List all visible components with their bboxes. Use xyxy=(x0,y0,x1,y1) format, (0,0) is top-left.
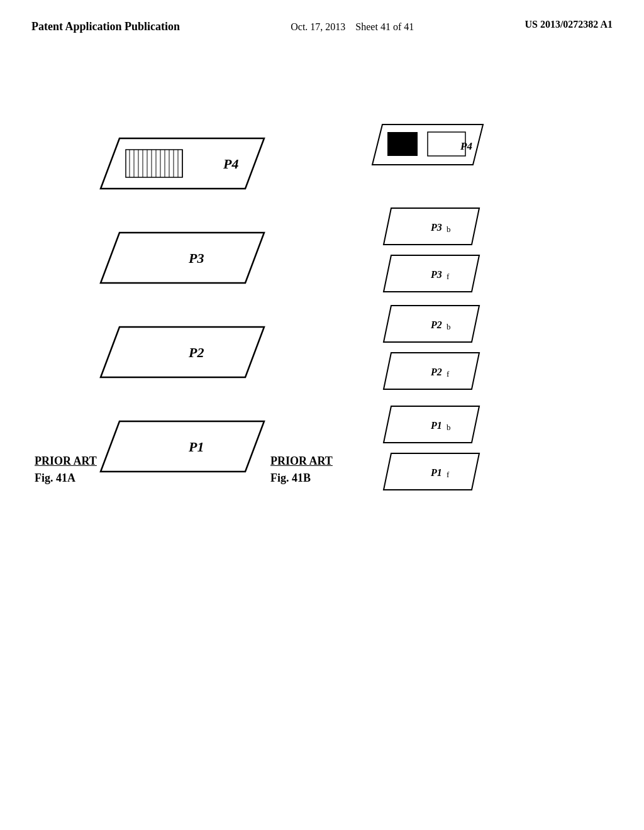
p3-left-shape: P3 xyxy=(94,226,270,292)
svg-text:b: b xyxy=(447,322,451,331)
svg-marker-18 xyxy=(101,327,264,377)
svg-text:P1: P1 xyxy=(188,439,204,455)
svg-text:P3: P3 xyxy=(430,269,442,280)
p3b-top-shape: P3 b xyxy=(377,204,487,251)
svg-text:f: f xyxy=(447,470,450,479)
svg-text:P2: P2 xyxy=(188,345,204,360)
svg-rect-23 xyxy=(387,132,418,156)
svg-text:P1: P1 xyxy=(430,467,442,478)
svg-text:b: b xyxy=(447,423,451,432)
svg-marker-20 xyxy=(101,421,264,472)
svg-text:b: b xyxy=(447,224,451,234)
p1b-top-shape: P1 b xyxy=(377,402,487,449)
header-title: Patent Application Publication xyxy=(31,19,180,35)
p2b-bottom-shape: P2 f xyxy=(377,349,487,396)
p4-left-shape: P4 xyxy=(94,132,270,197)
p1-left-shape: P1 xyxy=(94,415,270,480)
fig-41a-label: Fig. 41A xyxy=(35,472,75,484)
prior-art-41a-label: PRIOR ART Fig. 41A xyxy=(35,453,97,487)
p2b-top-shape: P2 b xyxy=(377,302,487,348)
svg-text:f: f xyxy=(447,272,450,281)
svg-text:P2: P2 xyxy=(430,319,442,330)
fig-41b-label: Fig. 41B xyxy=(270,472,311,484)
prior-art-a-text: PRIOR ART xyxy=(35,455,97,467)
header: Patent Application Publication Oct. 17, … xyxy=(0,0,644,35)
svg-marker-16 xyxy=(101,233,264,283)
svg-text:f: f xyxy=(447,369,450,379)
svg-text:P2: P2 xyxy=(430,367,442,377)
svg-text:P1: P1 xyxy=(430,420,442,431)
svg-rect-24 xyxy=(428,132,465,156)
p2-left-shape: P2 xyxy=(94,321,270,386)
prior-art-b-text: PRIOR ART xyxy=(270,455,333,467)
svg-text:P4: P4 xyxy=(460,140,472,152)
header-patent-number: US 2013/0272382 A1 xyxy=(525,19,613,30)
p4-right-top-shape: P4 xyxy=(365,119,491,172)
p1b-bottom-shape: P1 f xyxy=(377,450,487,496)
svg-text:P3: P3 xyxy=(430,222,442,233)
svg-text:P3: P3 xyxy=(188,250,204,266)
page: Patent Application Publication Oct. 17, … xyxy=(0,0,644,830)
svg-text:P4: P4 xyxy=(223,156,238,172)
header-center: Oct. 17, 2013 Sheet 41 of 41 xyxy=(291,19,414,35)
p3b-bottom-shape: P3 f xyxy=(377,252,487,298)
prior-art-41b-label: PRIOR ART Fig. 41B xyxy=(270,453,333,487)
